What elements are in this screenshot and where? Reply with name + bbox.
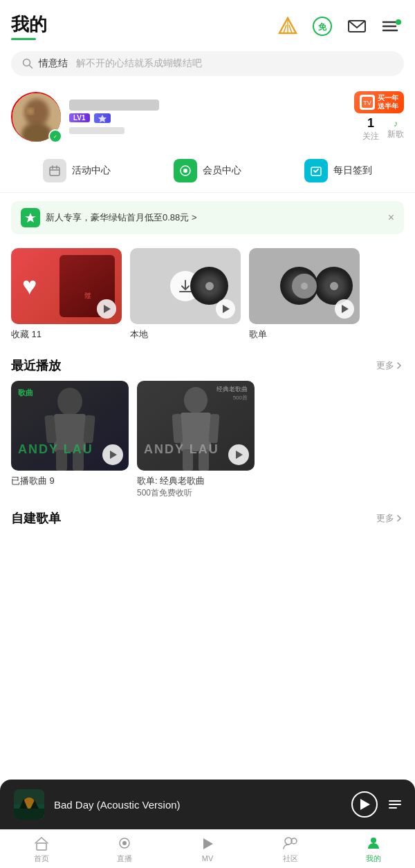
action-checkin[interactable]: 每日签到 bbox=[304, 159, 372, 182]
banner-close-button[interactable]: × bbox=[388, 211, 394, 224]
promo-badge[interactable]: TV 买一年 送半年 bbox=[354, 91, 404, 113]
playlist-label: 歌单 bbox=[249, 328, 267, 341]
recent-item-2[interactable]: 经典老歌曲 500首 ANDY LAU 歌单: 经典老歌曲 500首免费收听 bbox=[137, 381, 255, 499]
play-btn-triangle-2 bbox=[236, 451, 243, 459]
nav-mv-label: MV bbox=[202, 854, 214, 862]
tent-icon[interactable] bbox=[275, 14, 300, 39]
profile-left: ✓ LV1 bbox=[11, 92, 159, 142]
list-line-2 bbox=[389, 804, 401, 805]
recent-label-2: 歌单: 经典老歌曲 bbox=[137, 475, 255, 487]
chevron-right-icon-2 bbox=[394, 513, 404, 523]
recent-play-header: 最近播放 更多 bbox=[0, 346, 415, 381]
live-icon bbox=[116, 835, 133, 851]
free-badge-icon[interactable]: 免 bbox=[310, 14, 335, 39]
community-icon bbox=[282, 835, 299, 851]
recent-cover-1: 歌曲 ANDY LAU bbox=[11, 381, 129, 471]
svg-point-16 bbox=[27, 108, 34, 115]
banner-icon bbox=[21, 208, 40, 227]
profile-name-bar bbox=[69, 100, 159, 111]
recent-item-1[interactable]: 歌曲 ANDY LAU 已播歌曲 9 bbox=[11, 381, 129, 499]
promo-banner[interactable]: 新人专享，豪华绿钻首月低至0.88元 > × bbox=[11, 201, 404, 234]
header-icons: 免 bbox=[275, 14, 404, 39]
home-icon bbox=[33, 835, 50, 851]
svg-line-12 bbox=[30, 66, 33, 68]
svg-marker-53 bbox=[203, 838, 213, 849]
favorites-card: ♥ 过年 bbox=[11, 248, 122, 324]
nav-mv[interactable]: MV bbox=[187, 836, 228, 862]
recent-sublabel-2: 500首免费收听 bbox=[137, 487, 255, 499]
bottom-player[interactable]: CHILL Bad Day (Acoustic Version) bbox=[0, 780, 415, 829]
svg-text:TV: TV bbox=[363, 100, 371, 106]
action-activity[interactable]: 活动中心 bbox=[43, 159, 111, 182]
self-playlist-title: 自建歌单 bbox=[11, 510, 61, 527]
category-favorites[interactable]: ♥ 过年 收藏 11 bbox=[11, 248, 122, 341]
avatar-wrapper[interactable]: ✓ bbox=[11, 92, 61, 142]
category-playlist[interactable]: 歌单 bbox=[249, 248, 360, 341]
promo-text: 买一年 送半年 bbox=[378, 94, 398, 111]
nav-mine-label: 我的 bbox=[366, 853, 381, 864]
self-playlist-header: 自建歌单 更多 bbox=[0, 499, 415, 534]
play-overlay bbox=[97, 299, 116, 319]
self-playlist-more[interactable]: 更多 bbox=[376, 512, 404, 525]
player-cover-art bbox=[14, 789, 44, 820]
search-keyword: 情意结 bbox=[39, 57, 68, 70]
list-line-3 bbox=[389, 807, 397, 809]
player-playlist-button[interactable] bbox=[389, 800, 401, 809]
quick-actions: 活动中心 会员中心 每日签到 bbox=[0, 152, 415, 193]
nav-live[interactable]: 直播 bbox=[104, 835, 145, 864]
mail-icon[interactable] bbox=[344, 14, 369, 39]
svg-point-10 bbox=[396, 19, 401, 25]
recent-artist-1: ANDY LAU bbox=[18, 442, 93, 457]
player-play-triangle bbox=[360, 799, 370, 810]
player-title: Bad Day (Acoustic Version) bbox=[54, 799, 342, 811]
play-triangle-playlist bbox=[342, 305, 349, 313]
profile-extra-bar bbox=[69, 127, 124, 134]
play-overlay-local bbox=[216, 299, 235, 319]
profile-section: ✓ LV1 TV bbox=[0, 86, 415, 152]
avatar-badge: ✓ bbox=[48, 129, 62, 143]
local-label: 本地 bbox=[130, 328, 148, 341]
stat-follow[interactable]: 1 关注 bbox=[362, 116, 379, 142]
menu-icon[interactable] bbox=[379, 14, 404, 39]
play-btn-triangle-1 bbox=[110, 451, 117, 459]
action-activity-label: 活动中心 bbox=[72, 164, 111, 177]
title-underline bbox=[11, 38, 36, 40]
search-bar[interactable]: 情意结 解不开的心结就系成蝴蝶结吧 bbox=[11, 51, 404, 76]
mv-icon bbox=[199, 836, 216, 852]
header: 我的 免 bbox=[0, 0, 415, 46]
recent-cover-2: 经典老歌曲 500首 ANDY LAU bbox=[137, 381, 255, 471]
recent-play-btn-1[interactable] bbox=[102, 444, 123, 465]
play-triangle-local bbox=[223, 305, 230, 313]
svg-rect-47 bbox=[14, 809, 44, 820]
nav-mine[interactable]: 我的 bbox=[353, 835, 394, 864]
player-controls bbox=[351, 791, 401, 818]
page-title: 我的 bbox=[11, 12, 47, 37]
favorites-label: 收藏 11 bbox=[11, 328, 42, 341]
action-vip-label: 会员中心 bbox=[203, 164, 241, 177]
bottom-nav: 首页 直播 MV 社区 bbox=[0, 829, 415, 868]
player-play-button[interactable] bbox=[351, 791, 378, 818]
action-checkin-label: 每日签到 bbox=[333, 164, 372, 177]
nav-community[interactable]: 社区 bbox=[270, 835, 311, 864]
nav-home-label: 首页 bbox=[34, 853, 49, 864]
profile-right: TV 买一年 送半年 1 关注 ♪ 新歌 bbox=[354, 91, 404, 142]
search-placeholder: 解不开的心结就系成蝴蝶结吧 bbox=[76, 57, 202, 70]
vinyl-center bbox=[205, 282, 214, 290]
vip-center-icon bbox=[174, 159, 197, 182]
nav-live-label: 直播 bbox=[117, 853, 132, 864]
profile-stats: 1 关注 ♪ 新歌 bbox=[362, 116, 404, 142]
level-badge: LV1 bbox=[69, 113, 90, 122]
play-overlay-playlist bbox=[335, 299, 354, 319]
category-local[interactable]: 本地 bbox=[130, 248, 241, 341]
nav-home[interactable]: 首页 bbox=[21, 835, 62, 864]
promo-icon: TV bbox=[360, 95, 375, 110]
stat-new-songs[interactable]: ♪ 新歌 bbox=[387, 119, 404, 140]
nav-community-label: 社区 bbox=[283, 853, 298, 864]
local-card bbox=[130, 248, 241, 324]
svg-point-38 bbox=[184, 387, 208, 413]
recent-play-btn-2[interactable] bbox=[228, 444, 249, 465]
playlist-card bbox=[249, 248, 360, 324]
recent-play-more[interactable]: 更多 bbox=[376, 359, 404, 372]
svg-point-52 bbox=[122, 841, 127, 845]
action-vip[interactable]: 会员中心 bbox=[174, 159, 241, 182]
